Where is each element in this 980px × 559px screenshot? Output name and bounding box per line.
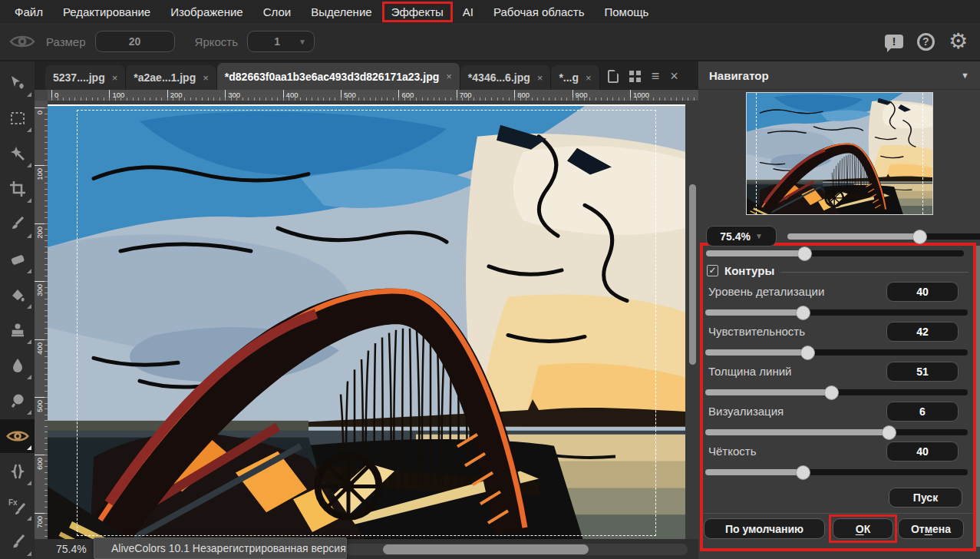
selection-tool[interactable] — [0, 101, 35, 135]
param-slider[interactable] — [705, 385, 968, 399]
cancel-rest: ена — [932, 523, 951, 535]
stamp-tool[interactable] — [0, 313, 35, 347]
tooltip-text: AliveColors 10.1 Незарегистрированная ве… — [111, 542, 346, 554]
param-slider[interactable] — [705, 306, 968, 319]
close-tab-icon[interactable]: × — [112, 72, 118, 84]
eraser-icon — [8, 250, 27, 269]
menu-edit[interactable]: Редактирование — [53, 2, 160, 22]
dodge-icon — [8, 392, 27, 410]
param-value-input[interactable]: 40 — [886, 282, 959, 302]
document-tab[interactable]: *a2ae...1.jpg × — [126, 65, 217, 90]
vertical-scroll-thumb[interactable] — [689, 184, 696, 365]
pinch-tool[interactable] — [0, 455, 35, 488]
menu-workspace[interactable]: Рабочая область — [483, 2, 594, 22]
horizontal-scroll-thumb[interactable] — [383, 544, 589, 554]
brush-tool[interactable] — [0, 207, 35, 241]
new-document-icon[interactable] — [608, 70, 619, 83]
cancel-button[interactable]: Отмена — [898, 518, 964, 539]
panel-scrollbar[interactable] — [976, 246, 980, 547]
slider-track[interactable] — [705, 349, 968, 356]
contours-group: ✓ Контуры — [707, 264, 968, 277]
eye-effect-tool[interactable] — [0, 419, 35, 453]
help-icon[interactable]: ? — [917, 33, 935, 51]
default-button[interactable]: По умолчанию — [704, 518, 825, 539]
param-value-input[interactable]: 6 — [886, 402, 959, 422]
size-input[interactable]: 20 — [95, 31, 175, 52]
navigator-header[interactable]: Навигатор ▼ — [698, 61, 980, 90]
ruler-tick: 800 — [514, 90, 530, 101]
magic-wand-tool[interactable] — [0, 137, 35, 170]
move-tool[interactable] — [0, 66, 35, 100]
settings-gear-icon[interactable]: ⚙ — [949, 32, 968, 51]
chevron-down-icon[interactable]: ▼ — [961, 71, 969, 80]
slider-thumb[interactable] — [800, 346, 815, 360]
run-button[interactable]: Пуск — [889, 488, 962, 508]
fx-brush-tool[interactable]: Fx — [0, 490, 35, 524]
slider-thumb[interactable] — [912, 230, 927, 244]
navigator-thumbnail[interactable] — [746, 92, 933, 215]
document-tab[interactable]: *...g × — [551, 65, 599, 90]
app-header-icons: ! ? ⚙ — [885, 32, 980, 51]
slider-track[interactable] — [706, 250, 964, 256]
ruler-tick: 200 — [167, 90, 183, 101]
slider-thumb[interactable] — [796, 306, 810, 320]
brightness-dropdown[interactable]: 1 ▼ — [247, 31, 315, 52]
ok-button[interactable]: ОК — [833, 518, 893, 539]
zoom-dropdown[interactable]: 75.4% ▼ — [706, 226, 777, 246]
slider-thumb[interactable] — [882, 425, 896, 440]
close-tab-icon[interactable]: × — [586, 72, 592, 84]
crop-tool[interactable] — [0, 172, 35, 206]
slider-thumb[interactable] — [796, 465, 810, 480]
slider-thumb[interactable] — [797, 246, 812, 261]
app-version-tooltip: AliveColors 10.1 Незарегистрированная ве… — [94, 538, 347, 559]
ruler-tick: 400 — [283, 90, 299, 101]
menu-effects-highlighted[interactable]: Эффекты — [382, 2, 453, 22]
tile-windows-icon[interactable] — [629, 71, 641, 82]
ruler-tick: 200 — [35, 223, 48, 224]
navigator-title: Навигатор — [709, 69, 961, 82]
horizontal-scrollbar[interactable] — [345, 544, 688, 555]
menu-ai[interactable]: AI — [453, 2, 483, 22]
document-tab[interactable]: 5237....jpg × — [45, 65, 126, 90]
param-label: Чёткость — [708, 442, 756, 461]
menu-file[interactable]: Файл — [5, 2, 53, 22]
zoom-slider[interactable] — [787, 230, 980, 243]
menu-image[interactable]: Изображение — [160, 2, 253, 22]
tools-sidebar: Fx — [0, 61, 35, 559]
menu-help[interactable]: Помощь — [594, 2, 658, 22]
statusbar-zoom-value[interactable]: 75.4% — [56, 543, 87, 555]
dodge-tool[interactable] — [0, 384, 35, 418]
history-brush-tool[interactable] — [0, 525, 35, 559]
contours-checkbox[interactable]: ✓ — [707, 265, 718, 276]
slider-track[interactable] — [705, 309, 968, 316]
document-tab[interactable]: *4346...6.jpg × — [460, 65, 552, 90]
window-list-icon[interactable]: ≡ — [652, 71, 660, 82]
eraser-tool[interactable] — [0, 243, 35, 276]
ruler-tick: 900 — [572, 90, 588, 101]
slider-track[interactable] — [705, 429, 968, 435]
close-all-icon[interactable]: × — [670, 68, 678, 84]
document-tab-active[interactable]: *d82663f0aa1b3e6ac493d3d826171a23.jpg × — [217, 63, 460, 90]
close-tab-icon[interactable]: × — [203, 72, 209, 84]
menu-layers[interactable]: Слои — [253, 2, 301, 22]
fill-tool[interactable] — [0, 278, 35, 312]
canvas-image[interactable] — [48, 104, 685, 545]
ruler-tick: 600 — [35, 455, 48, 455]
ruler-tick: 600 — [398, 90, 414, 101]
slider-track[interactable] — [787, 233, 980, 240]
param-slider[interactable] — [705, 425, 968, 439]
param-value-input[interactable]: 40 — [886, 442, 959, 461]
feedback-icon[interactable]: ! — [885, 35, 903, 48]
close-tab-icon[interactable]: × — [446, 71, 452, 82]
blur-tool[interactable] — [0, 349, 35, 382]
param-value-input[interactable]: 51 — [886, 362, 959, 382]
effect-slider-partial[interactable] — [706, 246, 964, 260]
param-value-input[interactable]: 42 — [886, 322, 959, 342]
param-slider[interactable] — [705, 465, 968, 479]
slider-thumb[interactable] — [824, 385, 839, 400]
close-tab-icon[interactable]: × — [537, 72, 543, 84]
vertical-scrollbar[interactable] — [688, 101, 697, 538]
menu-selection[interactable]: Выделение — [301, 2, 381, 22]
param-slider[interactable] — [705, 346, 968, 359]
slider-track[interactable] — [705, 469, 968, 475]
